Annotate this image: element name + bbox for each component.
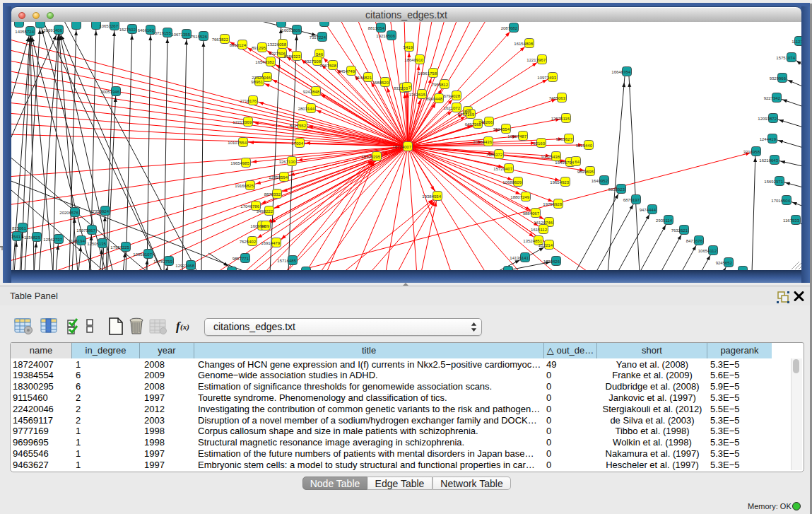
svg-text:2803144: 2803144 [298, 107, 315, 111]
svg-text:3267130: 3267130 [279, 160, 296, 164]
svg-text:7625402: 7625402 [240, 240, 257, 244]
svg-text:1156829: 1156829 [24, 235, 41, 240]
svg-text:12353594: 12353594 [269, 175, 288, 180]
svg-text:19218506: 19218506 [376, 34, 395, 38]
svg-text:835061: 835061 [12, 226, 27, 230]
svg-text:8186323: 8186323 [284, 54, 301, 59]
svg-text:7986372: 7986372 [486, 153, 503, 157]
svg-text:6879197: 6879197 [623, 198, 640, 202]
svg-text:16120746: 16120746 [534, 221, 553, 225]
svg-text:16210643: 16210643 [759, 158, 778, 163]
svg-text:1527602: 1527602 [119, 28, 136, 32]
svg-text:2087682: 2087682 [501, 26, 518, 30]
svg-text:1615112: 1615112 [531, 228, 548, 232]
svg-text:19384554: 19384554 [422, 194, 441, 199]
svg-text:62160: 62160 [533, 141, 545, 146]
svg-text:8813054: 8813054 [368, 26, 385, 30]
svg-text:2718176: 2718176 [240, 99, 257, 103]
svg-text:19654923: 19654923 [550, 180, 569, 185]
svg-text:8878332: 8878332 [264, 192, 281, 197]
svg-text:10025438: 10025438 [541, 155, 560, 159]
svg-text:19166825: 19166825 [235, 184, 254, 188]
svg-text:10807487: 10807487 [507, 134, 526, 139]
svg-text:7357224: 7357224 [310, 35, 326, 40]
svg-text:10654112: 10654112 [698, 249, 717, 253]
svg-text:3624554: 3624554 [493, 127, 510, 132]
svg-text:1733426: 1733426 [543, 259, 560, 264]
svg-text:17016504: 17016504 [771, 199, 790, 203]
svg-text:14055724: 14055724 [15, 30, 34, 34]
svg-text:1167533: 1167533 [783, 218, 800, 223]
svg-text:10719155: 10719155 [152, 31, 171, 35]
svg-text:15495794: 15495794 [555, 160, 574, 165]
svg-text:16099489: 16099489 [250, 224, 269, 228]
svg-text:17004: 17004 [291, 141, 303, 146]
svg-text:16961758: 16961758 [418, 71, 437, 76]
svg-text:12942737: 12942737 [43, 238, 62, 242]
svg-text:7485063: 7485063 [549, 96, 566, 100]
svg-text:7663822: 7663822 [212, 37, 229, 42]
svg-text:9146821: 9146821 [355, 76, 372, 80]
svg-text:7632621: 7632621 [671, 228, 688, 233]
svg-text:16914479: 16914479 [261, 241, 280, 245]
svg-text:19756928: 19756928 [543, 202, 562, 206]
svg-text:15692971: 15692971 [764, 180, 783, 184]
svg-text:1244419: 1244419 [760, 137, 777, 141]
svg-text:1588520: 1588520 [372, 81, 389, 85]
svg-text:8938923: 8938923 [608, 187, 625, 192]
svg-text:13226058: 13226058 [267, 42, 286, 47]
svg-text:9227342: 9227342 [764, 96, 781, 100]
svg-text:19654985: 19654985 [230, 161, 249, 165]
svg-text:98961: 98961 [251, 80, 263, 84]
svg-text:9245652: 9245652 [716, 261, 733, 265]
svg-text:11127: 11127 [792, 40, 801, 44]
svg-text:15300295: 15300295 [361, 155, 380, 159]
svg-text:12505135: 12505135 [87, 242, 106, 246]
svg-text:7515526: 7515526 [191, 35, 208, 39]
svg-text:8960124: 8960124 [230, 43, 247, 47]
svg-text:16033809: 16033809 [281, 28, 300, 33]
svg-text:9615440: 9615440 [576, 144, 593, 148]
svg-text:8471676: 8471676 [686, 239, 703, 243]
svg-text:(x): (x) [180, 322, 189, 332]
svg-text:891295: 891295 [252, 46, 266, 50]
svg-text:17046786: 17046786 [240, 204, 259, 209]
svg-text:8990448: 8990448 [426, 97, 443, 101]
svg-text:17359924: 17359924 [90, 209, 109, 214]
svg-text:252214: 252214 [539, 243, 553, 247]
svg-text:18724007: 18724007 [392, 145, 411, 149]
svg-text:2967608: 2967608 [320, 64, 337, 68]
svg-text:18807249: 18807249 [510, 195, 529, 199]
svg-text:12213967: 12213967 [526, 58, 546, 62]
svg-text:546: 546 [316, 52, 324, 57]
svg-text:1621072: 1621072 [444, 106, 461, 110]
svg-text:9242848: 9242848 [303, 90, 320, 94]
svg-text:9857771: 9857771 [233, 257, 249, 261]
svg-text:14136141: 14136141 [510, 256, 529, 260]
svg-text:9327508: 9327508 [305, 59, 322, 64]
svg-text:20364436: 20364436 [473, 140, 492, 144]
svg-text:16543382: 16543382 [255, 60, 274, 64]
svg-text:16154808: 16154808 [514, 42, 533, 46]
svg-text:12923468: 12923468 [175, 264, 194, 268]
svg-text:7955812: 7955812 [432, 83, 449, 87]
svg-text:12213369: 12213369 [233, 120, 252, 124]
svg-text:10653267: 10653267 [99, 24, 118, 28]
svg-text:20206576: 20206576 [59, 211, 78, 215]
svg-text:12975115: 12975115 [551, 117, 570, 121]
svg-text:3498222: 3498222 [257, 209, 273, 214]
svg-text:16648784: 16648784 [611, 70, 630, 74]
svg-text:2935114: 2935114 [656, 218, 673, 223]
svg-text:10107554: 10107554 [228, 141, 247, 145]
svg-text:1362615: 1362615 [409, 93, 426, 97]
svg-text:15751074: 15751074 [776, 56, 795, 60]
svg-text:832203: 832203 [394, 86, 408, 90]
svg-text:20691406: 20691406 [43, 28, 62, 33]
svg-text:9463627: 9463627 [556, 137, 573, 141]
svg-text:10671355: 10671355 [171, 33, 190, 37]
svg-text:19975867: 19975867 [76, 228, 95, 233]
svg-text:5419: 5419 [404, 45, 413, 49]
svg-text:9777169: 9777169 [458, 112, 475, 117]
svg-text:10958107: 10958107 [133, 252, 152, 257]
svg-text:20053346: 20053346 [100, 90, 119, 94]
